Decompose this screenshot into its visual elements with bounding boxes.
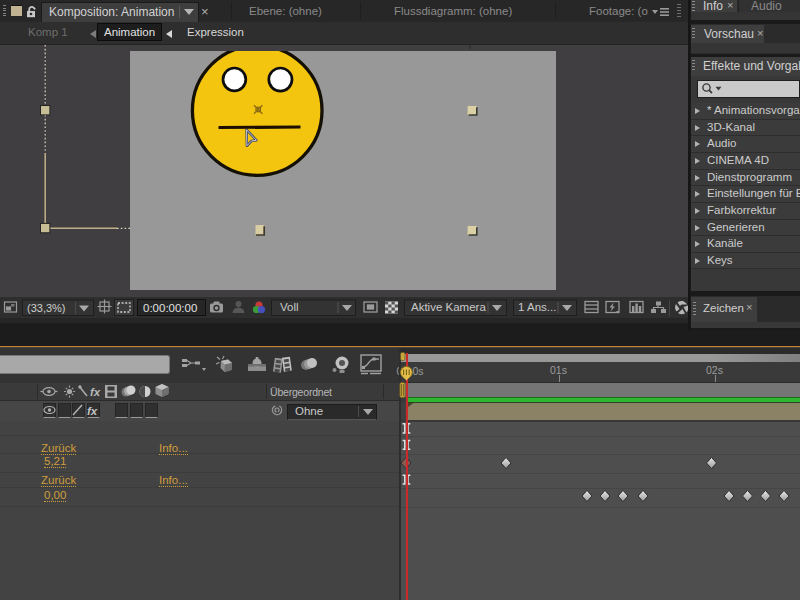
svg-text:fx: fx	[90, 386, 101, 398]
svg-text:fx: fx	[87, 405, 98, 417]
svg-text:Voll: Voll	[280, 301, 299, 313]
svg-text:Aktive Kamera: Aktive Kamera	[411, 301, 486, 313]
svg-text:1 Ans...: 1 Ans...	[518, 301, 556, 313]
svg-text:(33,3%): (33,3%)	[27, 302, 66, 314]
svg-text:0:00:00:00: 0:00:00:00	[143, 302, 197, 314]
